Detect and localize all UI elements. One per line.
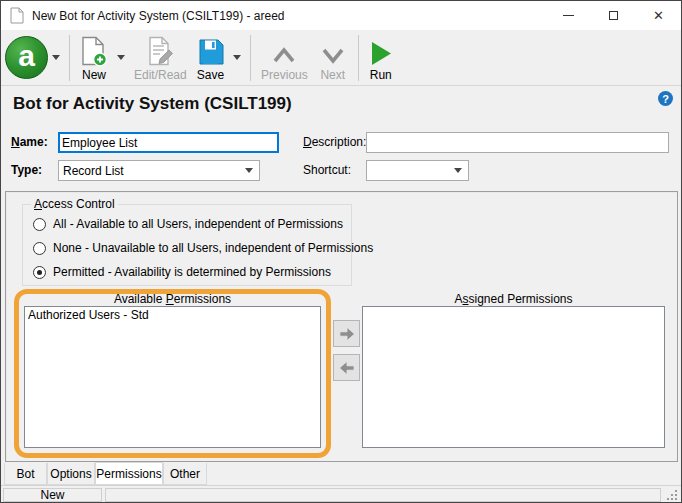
run-play-icon bbox=[369, 40, 393, 67]
minimize-button[interactable] bbox=[546, 1, 591, 30]
chevron-down-icon bbox=[318, 43, 348, 67]
new-document-icon bbox=[80, 36, 108, 67]
chevron-down-icon bbox=[454, 168, 462, 173]
new-dropdown-icon[interactable] bbox=[117, 55, 125, 60]
shortcut-label: Shortcut: bbox=[303, 163, 351, 177]
toolbar: a New Edit/Read bbox=[1, 30, 681, 86]
close-icon: ✕ bbox=[653, 9, 664, 22]
logo-letter: a bbox=[18, 41, 35, 71]
next-button-label: Next bbox=[320, 68, 345, 82]
assigned-permissions-list[interactable] bbox=[362, 306, 665, 448]
resize-grip-icon[interactable] bbox=[667, 490, 677, 500]
minimize-icon bbox=[563, 15, 574, 16]
previous-button-label: Previous bbox=[261, 68, 308, 82]
access-control-label: Access Control bbox=[31, 197, 118, 211]
edit-read-button-label: Edit/Read bbox=[134, 68, 187, 82]
tab-label: Options bbox=[50, 467, 91, 481]
tab-label: Other bbox=[170, 467, 200, 481]
save-button-label: Save bbox=[197, 68, 224, 82]
type-value: Record List bbox=[59, 164, 245, 178]
toolbar-separator bbox=[69, 35, 70, 81]
save-button[interactable]: Save bbox=[192, 33, 229, 83]
move-left-button[interactable] bbox=[333, 354, 360, 381]
available-permissions-list[interactable]: Authorized Users - Std bbox=[24, 306, 321, 448]
tab-other[interactable]: Other bbox=[163, 463, 207, 485]
app-window: New Bot for Activity System (CSILT199) -… bbox=[0, 0, 682, 503]
tab-label: Permissions bbox=[96, 467, 161, 481]
toolbar-separator bbox=[250, 35, 251, 81]
name-input[interactable] bbox=[58, 132, 279, 153]
window-title: New Bot for Activity System (CSILT199) -… bbox=[32, 9, 285, 23]
move-right-button[interactable] bbox=[333, 320, 360, 347]
type-label: Type: bbox=[11, 163, 42, 177]
close-button[interactable]: ✕ bbox=[636, 1, 681, 30]
radio-label: None - Unavailable to all Users, indepen… bbox=[53, 241, 373, 255]
assigned-permissions-label: Assigned Permissions bbox=[362, 292, 665, 306]
list-item[interactable]: Authorized Users - Std bbox=[25, 307, 320, 323]
radio-icon[interactable] bbox=[33, 218, 46, 231]
tab-strip: Bot Options Permissions Other bbox=[1, 462, 681, 485]
chevron-up-icon bbox=[269, 43, 299, 67]
maximize-button[interactable] bbox=[591, 1, 636, 30]
radio-icon[interactable] bbox=[33, 266, 46, 279]
available-permissions-label: Available Permissions bbox=[24, 292, 321, 306]
previous-button: Previous bbox=[256, 33, 313, 83]
app-logo-a[interactable]: a bbox=[5, 36, 48, 79]
new-button[interactable]: New bbox=[75, 33, 113, 83]
shortcut-combobox[interactable] bbox=[366, 160, 469, 181]
status-text: New bbox=[40, 488, 64, 502]
tab-options[interactable]: Options bbox=[47, 463, 95, 485]
tab-label: Bot bbox=[16, 467, 34, 481]
run-button-label: Run bbox=[370, 68, 392, 82]
radio-label: Permitted - Availability is determined b… bbox=[53, 265, 331, 279]
save-dropdown-icon[interactable] bbox=[233, 55, 241, 60]
access-control-group: Access Control All - Available to all Us… bbox=[22, 204, 352, 286]
permissions-panel: Access Control All - Available to all Us… bbox=[5, 191, 678, 462]
name-label: Name: bbox=[11, 135, 48, 149]
radio-option-all[interactable]: All - Available to all Users, independen… bbox=[33, 216, 343, 232]
radio-label: All - Available to all Users, independen… bbox=[53, 217, 343, 231]
run-button[interactable]: Run bbox=[364, 33, 398, 83]
radio-option-none[interactable]: None - Unavailable to all Users, indepen… bbox=[33, 240, 373, 256]
chevron-down-icon bbox=[245, 168, 253, 173]
status-segment bbox=[105, 488, 661, 502]
type-combobox[interactable]: Record List bbox=[58, 160, 260, 181]
next-button: Next bbox=[313, 33, 353, 83]
page-title: Bot for Activity System (CSILT199) bbox=[13, 94, 292, 114]
maximize-icon bbox=[609, 11, 618, 20]
save-floppy-icon bbox=[197, 38, 224, 67]
tab-permissions[interactable]: Permissions bbox=[95, 462, 163, 485]
radio-icon[interactable] bbox=[33, 242, 46, 255]
status-segment-new: New bbox=[3, 488, 102, 502]
radio-option-permitted[interactable]: Permitted - Availability is determined b… bbox=[33, 264, 331, 280]
titlebar[interactable]: New Bot for Activity System (CSILT199) -… bbox=[1, 1, 681, 30]
description-input[interactable] bbox=[366, 132, 669, 153]
description-label: Description: bbox=[303, 135, 366, 149]
move-right-icon bbox=[338, 326, 356, 342]
help-icon[interactable]: ? bbox=[658, 91, 673, 106]
new-button-label: New bbox=[82, 68, 106, 82]
toolbar-separator bbox=[358, 35, 359, 81]
tab-bot[interactable]: Bot bbox=[4, 463, 47, 485]
document-icon[interactable] bbox=[10, 7, 24, 24]
edit-read-icon bbox=[146, 36, 174, 67]
logo-dropdown-icon[interactable] bbox=[52, 55, 60, 60]
edit-read-button: Edit/Read bbox=[129, 33, 192, 83]
move-left-icon bbox=[338, 360, 356, 376]
statusbar: New bbox=[1, 485, 681, 503]
